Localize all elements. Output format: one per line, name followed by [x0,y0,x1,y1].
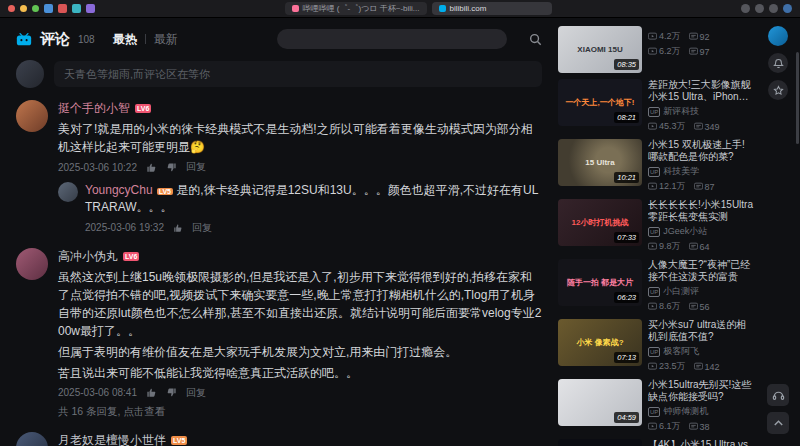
uploader-name[interactable]: 极客阿飞 [663,345,699,358]
level-badge: LV6 [135,104,151,113]
video-thumbnail[interactable]: 12小时打机挑战07:33 [558,199,642,246]
danmaku-count: 38 [700,422,710,432]
video-thumbnail[interactable]: 04:59 [558,379,642,426]
comment-text: 美对了!就是用的小米的徕卡经典模式不是生动档!之所以可能看着更像生动模式因为部分… [58,120,542,156]
play-count: 12.1万 [659,180,686,193]
duration-badge: 07:33 [614,232,639,244]
reply-button[interactable]: 回复 [186,386,206,400]
comment-text: 虽然这次到上继15u晚领极限摄影的,但是我还是入了,初步用下来觉得很到好的,拍移… [58,268,542,340]
thumb-up-icon[interactable] [146,162,157,173]
play-count: 4.2万 [659,30,681,43]
scrollbar[interactable] [796,52,799,144]
video-card[interactable]: 小米 像素战?07:13 买小米su7 ultra送的相机到底值不值? UP极客… [558,319,754,373]
avatar[interactable] [16,248,48,280]
reply-text: 是的,徕卡经典记得是12SU和13U。。。颜色也超平滑,不过好在有ULTRARA… [85,183,538,214]
duration-badge: 04:59 [614,412,639,424]
thumb-down-icon[interactable] [166,387,177,398]
view-replies-link[interactable]: 共 16 条回复, 点击查看 [58,405,542,419]
reply-button[interactable]: 回复 [186,160,206,174]
avatar[interactable] [16,432,48,446]
downloads-icon[interactable] [755,4,764,13]
thumb-down-icon[interactable] [166,162,177,173]
url-text: bilibili.com [450,4,487,13]
danmaku-count: 87 [705,182,715,192]
duration-badge: 06:23 [614,292,639,304]
play-count: 45.3万 [659,120,686,133]
uploader-name[interactable]: 钟师傅测机 [663,405,708,418]
play-count: 6.2万 [659,45,681,58]
video-thumbnail[interactable]: 4K 东京实拍21:04 [558,439,642,446]
video-title[interactable]: 【4K】小米15 Ultra vs 三星Galaxy S25 Ultra:东京实… [648,439,754,446]
right-rail [760,18,800,446]
search-icon[interactable] [529,33,542,46]
video-thumbnail[interactable]: 小米 像素战?07:13 [558,319,642,366]
avatar[interactable] [58,182,78,202]
video-title[interactable]: 小米15 双机极速上手!哪款配色是你的菜? [648,139,754,163]
video-thumbnail[interactable]: 15 Ultra10:21 [558,139,642,186]
comment-text: 但属于表明的有维价值友在是大家玩手机发展为文对立,用来由门打过瘾会。 [58,343,542,361]
window-minimize-button[interactable] [20,5,27,12]
video-thumbnail[interactable]: XIAOMI 15U 08:35 [558,26,642,73]
username[interactable]: YoungcyChu [85,183,153,197]
extensions-menu-icon[interactable] [769,4,778,13]
video-card[interactable]: 04:59 小米15ultra先别买!这些缺点你能接受吗? UP钟师傅测机 6.… [558,379,754,433]
reply-button[interactable]: 回复 [192,221,212,235]
address-bar[interactable]: bilibili.com [432,2,552,15]
video-card[interactable]: 随手一拍 都是大片06:23 人像大魔王?“夜神”已经接不住这泼天的富贵 UP小… [558,259,754,313]
comments-title: 评论 [40,30,70,49]
share-icon[interactable] [741,4,750,13]
avatar[interactable] [16,60,44,88]
thumb-up-icon[interactable] [173,223,183,233]
extension-icon[interactable] [86,4,95,13]
comment-quick-input[interactable] [277,29,507,49]
video-title[interactable]: 差距放大!三大影像旗舰小米15 Ultra、iPhone16 Pr... [648,79,754,103]
uploader-name[interactable]: 科技美学 [663,165,699,178]
thumb-up-icon[interactable] [146,387,157,398]
back-to-top-icon[interactable] [767,412,789,434]
profile-icon[interactable] [783,4,792,13]
customer-service-icon[interactable] [767,384,789,406]
tab-newest[interactable]: 最新 [154,31,178,48]
danmaku-count: 142 [705,362,720,372]
video-card[interactable]: 15 Ultra10:21 小米15 双机极速上手!哪款配色是你的菜? UP科技… [558,139,754,193]
browser-tab[interactable]: 哔哩哔哩 (゜-゜)つロ 干杯~-bili... [285,2,427,15]
favorites-icon[interactable] [768,80,788,100]
up-icon: UP [648,167,660,177]
user-avatar[interactable] [768,26,788,46]
duration-badge: 08:35 [614,59,639,71]
message-icon[interactable] [768,53,788,73]
video-title[interactable]: 长长长长长!小米15Ultra零距长焦变焦实测 [648,199,754,223]
bilibili-logo-icon [16,33,32,46]
video-card[interactable]: 一个天上,一个地下!08:21 差距放大!三大影像旗舰小米15 Ultra、iP… [558,79,754,133]
extension-icon[interactable] [58,4,67,13]
window-close-button[interactable] [8,5,15,12]
video-title[interactable]: 人像大魔王?“夜神”已经接不住这泼天的富贵 [648,259,754,283]
video-card[interactable]: 12小时打机挑战07:33 长长长长长!小米15Ultra零距长焦变焦实测 UP… [558,199,754,253]
uploader-name[interactable]: JGeek小站 [663,225,707,238]
play-count: 23.5万 [659,360,686,373]
video-title[interactable]: 小米15ultra先别买!这些缺点你能接受吗? [648,379,754,403]
comment-time: 2025-03-06 19:32 [85,222,164,233]
avatar[interactable] [16,100,48,132]
duration-badge: 10:21 [614,172,639,184]
comment-item: 高冲小伪丸 LV6 虽然这次到上继15u晚领极限摄影的,但是我还是入了,初步用下… [16,248,542,419]
username[interactable]: 高冲小伪丸 [58,248,118,265]
window-zoom-button[interactable] [32,5,39,12]
level-badge: LV5 [157,188,173,195]
video-thumbnail[interactable]: 随手一拍 都是大片06:23 [558,259,642,306]
uploader-name[interactable]: 新评科技 [663,105,699,118]
video-card[interactable]: 4K 东京实拍21:04 【4K】小米15 Ultra vs 三星Galaxy … [558,439,754,446]
tab-hot[interactable]: 最热 [113,31,137,48]
username[interactable]: 月老奴是檀慢小世伴 [58,432,166,446]
extension-icon[interactable] [72,4,81,13]
video-card[interactable]: XIAOMI 15U 08:35 4.2万 92 6.2万 97 [558,26,754,73]
danmaku-count: 349 [705,122,720,132]
comment-input[interactable]: 天青色等烟雨,而评论区在等你 [54,61,542,87]
username[interactable]: 挺个手的小智 [58,100,130,117]
video-thumbnail[interactable]: 一个天上,一个地下!08:21 [558,79,642,126]
uploader-name[interactable]: 小白测评 [663,285,699,298]
video-title[interactable]: 买小米su7 ultra送的相机到底值不值? [648,319,754,343]
tab-divider [145,34,146,44]
extension-icon[interactable] [44,4,53,13]
tab-title: 哔哩哔哩 (゜-゜)つロ 干杯~-bili... [303,3,420,14]
